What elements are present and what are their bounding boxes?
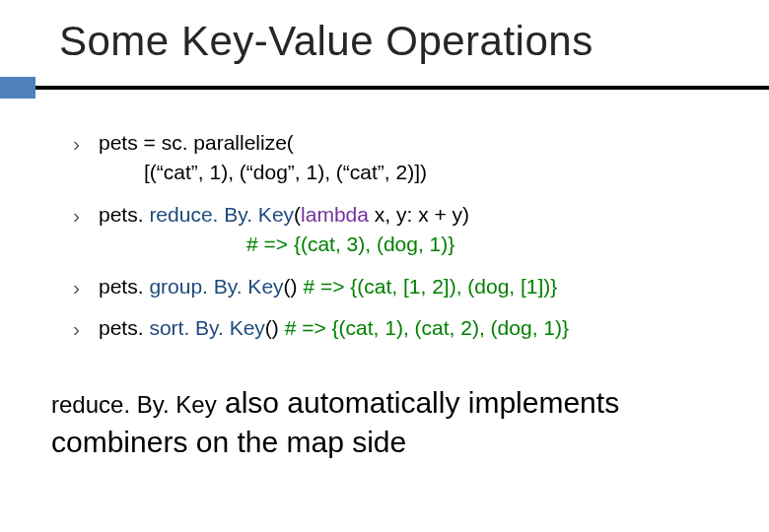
bullet-4-pre: pets. — [99, 316, 149, 339]
bullet-3-after: () — [284, 275, 304, 298]
accent-bar — [0, 77, 769, 99]
bullet-4: pets. sort. By. Key() # => {(cat, 1), (c… — [73, 313, 710, 343]
bullet-1-line2: [(“cat”, 1), (“dog”, 1), (“cat”, 2)]) — [99, 158, 710, 187]
bullet-2: pets. reduce. By. Key(lambda x, y: x + y… — [73, 200, 710, 260]
footer-note: reduce. By. Key also automatically imple… — [0, 356, 769, 463]
slide-title: Some Key-Value Operations — [0, 0, 769, 77]
bullet-4-comment: # => {(cat, 1), (cat, 2), (dog, 1)} — [285, 316, 569, 339]
content-area: pets = sc. parallelize( [(“cat”, 1), (“d… — [0, 99, 769, 344]
bullet-2-paren-open: ( — [294, 203, 301, 226]
bullet-4-after: () — [265, 316, 285, 339]
bullet-4-method: sort. By. Key — [149, 316, 264, 339]
slide: Some Key-Value Operations pets = sc. par… — [0, 0, 769, 532]
bullet-list: pets = sc. parallelize( [(“cat”, 1), (“d… — [73, 128, 710, 344]
bullet-3-pre: pets. — [99, 275, 149, 298]
bullet-2-method: reduce. By. Key — [149, 203, 294, 226]
bullet-2-pre: pets. — [99, 203, 149, 226]
bullet-1: pets = sc. parallelize( [(“cat”, 1), (“d… — [73, 128, 710, 188]
bullet-1-line1: pets = sc. parallelize( — [99, 131, 294, 154]
bullet-2-lambda-kw: lambda — [301, 203, 369, 226]
footer-code: reduce. By. Key — [51, 391, 217, 418]
bullet-3-method: group. By. Key — [149, 275, 283, 298]
accent-block — [0, 77, 35, 99]
bullet-2-paren-close: ) — [462, 203, 469, 226]
bullet-3: pets. group. By. Key() # => {(cat, [1, 2… — [73, 272, 710, 301]
bullet-2-comment: # => {(cat, 3), (dog, 1)} — [99, 230, 710, 259]
bullet-3-comment: # => {(cat, [1, 2]), (dog, [1])} — [303, 275, 557, 298]
accent-line — [35, 86, 769, 90]
bullet-2-args: x, y: x + y — [369, 203, 462, 226]
